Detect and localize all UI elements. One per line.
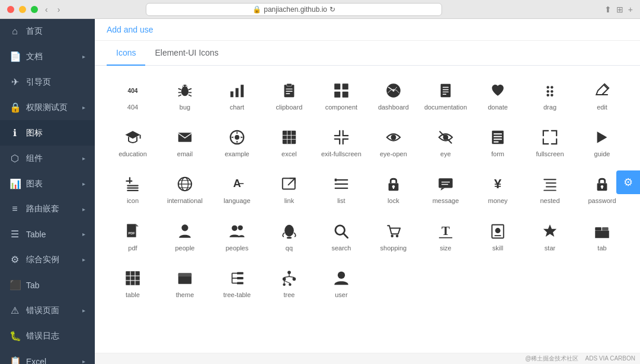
sidebar-item-error-log[interactable]: 🐛 错误日志: [0, 323, 95, 349]
maximize-button[interactable]: [31, 6, 38, 13]
icon-cell-search[interactable]: search: [315, 212, 367, 259]
icon-cell-lock[interactable]: lock: [367, 165, 420, 212]
icon-cell-drag[interactable]: drag: [524, 72, 576, 118]
tab-icons[interactable]: Icons: [107, 41, 145, 66]
icon-label-404: 404: [127, 104, 138, 111]
icon-cell-edit[interactable]: edit: [576, 72, 628, 118]
icon-cell-documentation[interactable]: documentation: [420, 72, 472, 118]
sidebar-label-permission: 权限测试页: [26, 102, 76, 113]
svg-rect-54: [494, 133, 502, 134]
svg-line-7: [178, 95, 181, 96]
svg-rect-11: [231, 91, 233, 97]
icon-cell-chart[interactable]: chart: [211, 72, 263, 118]
icon-cell-form[interactable]: form: [472, 118, 524, 165]
settings-button[interactable]: ⚙: [616, 170, 640, 194]
icon-cell-link[interactable]: link: [263, 165, 315, 212]
extensions-button[interactable]: +: [628, 5, 633, 14]
svg-point-32: [546, 90, 549, 92]
icon-cell-example[interactable]: example: [211, 118, 263, 165]
icon-label-user: user: [335, 291, 347, 299]
icon-icon: [124, 175, 141, 194]
icon-cell-exit-fullscreen[interactable]: exit-fullscreen: [315, 118, 367, 165]
icon-cell-table[interactable]: table: [107, 259, 159, 306]
icon-cell-bug[interactable]: bug: [159, 72, 211, 118]
donate-icon: [489, 81, 506, 100]
back-button[interactable]: ‹: [43, 4, 50, 15]
comprehensive-icon: ⚙: [9, 254, 20, 265]
icon-label-international: international: [167, 197, 203, 205]
icon-label-example: example: [225, 150, 249, 158]
icon-cell-people[interactable]: people: [159, 212, 211, 259]
svg-rect-22: [343, 92, 348, 98]
share-button[interactable]: ⬆: [604, 5, 612, 14]
icon-cell-email[interactable]: email: [159, 118, 211, 165]
sidebar-item-tab[interactable]: ⬛ Tab: [0, 272, 95, 298]
icon-cell-peoples[interactable]: peoples: [211, 212, 263, 259]
icon-cell-qq[interactable]: qq: [263, 212, 315, 259]
sidebar-item-guide[interactable]: ✈ 引导页: [0, 69, 95, 95]
icon-cell-nested[interactable]: nested: [524, 165, 576, 212]
svg-point-129: [283, 283, 285, 285]
sidebar-item-docs[interactable]: 📄 文档 ▸: [0, 44, 95, 69]
tab-element-ui-icons[interactable]: Element-UI Icons: [145, 41, 228, 66]
icon-cell-dashboard[interactable]: dashboard: [367, 72, 420, 118]
sidebar-item-comprehensive[interactable]: ⚙ 综合实例 ▸: [0, 247, 95, 272]
icon-cell-pdf[interactable]: PDFpdf: [107, 212, 159, 259]
table-arrow: ▸: [82, 231, 85, 237]
icon-cell-fullscreen[interactable]: fullscreen: [524, 118, 576, 165]
icon-cell-tree-table[interactable]: tree-table: [211, 259, 263, 306]
svg-point-33: [551, 90, 553, 92]
new-tab-button[interactable]: ⊞: [616, 5, 623, 14]
icon-cell-international[interactable]: international: [159, 165, 211, 212]
add-use-link[interactable]: Add and use: [107, 25, 153, 34]
sidebar-item-home[interactable]: ⌂ 首页: [0, 19, 95, 44]
sidebar-item-components[interactable]: ⬡ 组件 ▸: [0, 146, 95, 171]
error-pages-icon: ⚠: [9, 305, 20, 316]
svg-line-3: [178, 89, 181, 90]
sidebar-item-excel[interactable]: 📋 Excel ▸: [0, 349, 95, 364]
sidebar-item-charts[interactable]: 📊 图表 ▸: [0, 171, 95, 197]
svg-marker-58: [597, 131, 607, 143]
icon-cell-donate[interactable]: donate: [472, 72, 524, 118]
forward-button[interactable]: ›: [55, 4, 63, 15]
icon-cell-education[interactable]: education: [107, 118, 159, 165]
icon-cell-skill[interactable]: skill: [472, 212, 524, 259]
icon-cell-eye-open[interactable]: eye-open: [367, 118, 420, 165]
icon-cell-icon[interactable]: icon: [107, 165, 159, 212]
icon-label-fullscreen: fullscreen: [536, 150, 564, 158]
sidebar-item-table[interactable]: ☰ Table ▸: [0, 221, 95, 247]
sidebar-item-error-pages[interactable]: ⚠ 错误页面 ▸: [0, 298, 95, 323]
icon-cell-tree[interactable]: tree: [263, 259, 315, 306]
home-icon: ⌂: [9, 26, 20, 37]
icon-cell-size[interactable]: Tsize: [420, 212, 472, 259]
icon-cell-component[interactable]: component: [315, 72, 367, 118]
icon-cell-list[interactable]: list: [315, 165, 367, 212]
icon-cell-shopping[interactable]: shopping: [367, 212, 420, 259]
clipboard-icon: [281, 81, 297, 100]
svg-line-100: [343, 233, 347, 237]
icon-cell-404[interactable]: 404404: [107, 72, 159, 118]
icon-cell-eye[interactable]: eye: [420, 118, 472, 165]
education-icon: [124, 128, 141, 147]
icon-cell-user[interactable]: user: [315, 259, 367, 306]
icon-cell-tab[interactable]: tab: [576, 212, 628, 259]
ads-text: ADS VIA CARBON: [585, 355, 635, 362]
permission-arrow: ▸: [82, 104, 85, 111]
sidebar-item-permission[interactable]: 🔒 权限测试页 ▸: [0, 95, 95, 120]
link-icon: [281, 175, 297, 194]
sidebar-item-nested[interactable]: ≡ 路由嵌套 ▸: [0, 197, 95, 221]
close-button[interactable]: [7, 6, 14, 13]
sidebar-item-icons[interactable]: ℹ 图标: [0, 120, 95, 146]
icon-cell-guide[interactable]: guide: [576, 118, 628, 165]
icon-cell-language[interactable]: Alanguage: [211, 165, 263, 212]
minimize-button[interactable]: [19, 6, 26, 13]
icon-cell-excel[interactable]: excel: [263, 118, 315, 165]
icon-cell-money[interactable]: ¥money: [472, 165, 524, 212]
icon-cell-star[interactable]: star: [524, 212, 576, 259]
icon-cell-clipboard[interactable]: clipboard: [263, 72, 315, 118]
svg-rect-12: [235, 88, 238, 97]
icons-icon: ℹ: [9, 127, 20, 138]
icon-cell-theme[interactable]: theme: [159, 259, 211, 306]
icon-cell-message[interactable]: message: [420, 165, 472, 212]
svg-point-30: [546, 86, 549, 88]
